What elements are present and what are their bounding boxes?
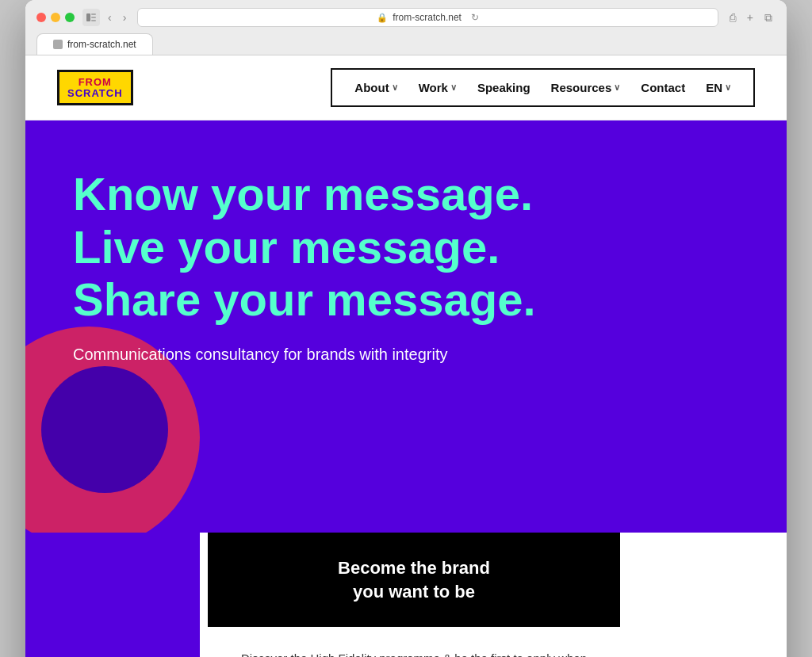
decorative-circle-purple	[41, 366, 168, 493]
chevron-down-icon: ∨	[392, 82, 398, 93]
chevron-down-icon: ∨	[725, 82, 731, 93]
cta-title: Become the brand you want to be	[239, 556, 588, 603]
traffic-lights	[36, 13, 75, 22]
browser-actions: ⎙ + ⧉	[726, 10, 776, 26]
forward-button[interactable]: ›	[120, 10, 130, 25]
cta-description: Discover the High Fidelity programme & b…	[239, 649, 588, 657]
nav-item-resources[interactable]: Resources ∨	[543, 78, 629, 97]
cta-body: Discover the High Fidelity programme & b…	[208, 627, 620, 657]
svg-rect-2	[91, 17, 96, 18]
nav-item-about[interactable]: About ∨	[347, 78, 405, 97]
logo-from-text: FROM	[79, 77, 112, 87]
cta-card: Become the brand you want to be	[208, 533, 620, 627]
cta-section-wrapper: Become the brand you want to be Discover…	[25, 533, 787, 657]
cta-content-area: Become the brand you want to be Discover…	[200, 533, 628, 657]
lock-icon: 🔒	[377, 13, 388, 23]
tab-bar: from-scratch.net	[36, 33, 776, 55]
nav-item-contact[interactable]: Contact	[633, 78, 693, 97]
logo[interactable]: FROM SCRATCH	[57, 70, 133, 105]
logo-scratch-text: SCRATCH	[67, 88, 123, 98]
browser-window: ‹ › 🔒 from-scratch.net ↻ ⎙ + ⧉ from-scra…	[25, 0, 787, 657]
minimize-button[interactable]	[51, 13, 60, 22]
new-tab-button[interactable]: +	[744, 10, 756, 25]
cta-card-container: Become the brand you want to be Discover…	[208, 533, 620, 657]
hero-headline: Know your message. Live your message. Sh…	[73, 168, 628, 327]
tab-favicon	[53, 40, 63, 49]
active-tab[interactable]: from-scratch.net	[36, 33, 153, 55]
hero-subheadline: Communications consultancy for brands wi…	[73, 346, 628, 364]
nav-item-speaking[interactable]: Speaking	[469, 78, 538, 97]
svg-rect-3	[91, 20, 96, 21]
chevron-down-icon: ∨	[450, 82, 457, 93]
browser-controls: ‹ ›	[82, 9, 129, 26]
nav-item-language[interactable]: EN ∨	[698, 78, 739, 97]
tabs-overview-button[interactable]: ⧉	[761, 10, 776, 26]
share-button[interactable]: ⎙	[726, 10, 739, 25]
right-column	[628, 533, 787, 657]
hero-content: Know your message. Live your message. Sh…	[73, 168, 628, 364]
site-header: FROM SCRATCH About ∨ Work ∨ Speaking Res…	[25, 55, 787, 120]
svg-rect-1	[91, 13, 96, 15]
hero-section: Know your message. Live your message. Sh…	[25, 120, 787, 533]
sidebar-toggle-button[interactable]	[82, 9, 100, 26]
hero-left-column	[25, 533, 200, 657]
address-bar[interactable]: 🔒 from-scratch.net ↻	[137, 8, 718, 27]
site-navigation: About ∨ Work ∨ Speaking Resources ∨ Cont…	[331, 68, 755, 107]
maximize-button[interactable]	[65, 13, 75, 22]
close-button[interactable]	[36, 13, 46, 22]
tab-label: from-scratch.net	[67, 39, 136, 50]
browser-chrome: ‹ › 🔒 from-scratch.net ↻ ⎙ + ⧉ from-scra…	[25, 0, 787, 55]
logo-box: FROM SCRATCH	[57, 70, 133, 105]
back-button[interactable]: ‹	[105, 10, 115, 25]
svg-rect-0	[86, 13, 90, 21]
nav-item-work[interactable]: Work ∨	[411, 78, 465, 97]
url-text: from-scratch.net	[393, 12, 462, 23]
refresh-icon[interactable]: ↻	[471, 12, 479, 23]
chevron-down-icon: ∨	[614, 82, 620, 93]
